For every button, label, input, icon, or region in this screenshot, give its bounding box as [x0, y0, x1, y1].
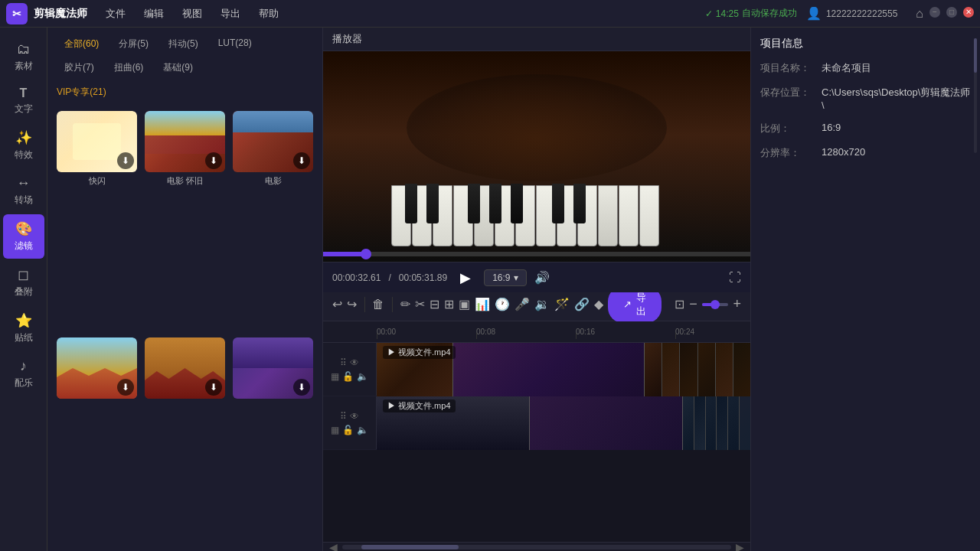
- filter-label-flash: 快闪: [57, 175, 137, 187]
- cut-button[interactable]: ✂: [415, 294, 425, 315]
- delete-button[interactable]: 🗑: [372, 294, 384, 315]
- home-button[interactable]: ⌂: [916, 7, 923, 21]
- track-1: ⠿ 👁 ▦ 🔓 🔈 ▶ 视频文件.mp4: [323, 343, 750, 396]
- player-header: 播放器: [323, 28, 750, 51]
- zoom-slider[interactable]: [702, 303, 729, 306]
- edit-button[interactable]: ✏: [400, 294, 410, 315]
- filter-item-bridge3[interactable]: ⬇: [233, 337, 313, 545]
- minimize-button[interactable]: −: [929, 7, 940, 18]
- close-button[interactable]: ✕: [963, 7, 974, 18]
- sidebar-item-sticker[interactable]: ⭐ 贴纸: [3, 306, 44, 350]
- filter-item-bridge1[interactable]: ⬇: [57, 337, 137, 545]
- clip-2-3[interactable]: [683, 396, 750, 450]
- sidebar-item-music[interactable]: ♪ 配乐: [3, 352, 44, 396]
- download-icon[interactable]: ⬇: [293, 379, 310, 396]
- crop-button[interactable]: ⊟: [430, 294, 439, 315]
- track-1-lock-icon[interactable]: 🔓: [342, 371, 354, 382]
- clock-button[interactable]: 🕐: [495, 294, 510, 315]
- zoom-fit-button[interactable]: ⊡: [675, 294, 684, 315]
- resolution-value: 980x551: [822, 146, 971, 158]
- download-icon[interactable]: ⬇: [205, 152, 222, 169]
- filter-tabs: 全部(60) 分屏(5) 抖动(5) LUT(28): [47, 28, 322, 56]
- download-icon[interactable]: ⬇: [293, 152, 310, 169]
- mic-button[interactable]: 🎤: [514, 294, 530, 315]
- tab-basic[interactable]: 基础(9): [155, 59, 201, 77]
- ruler-tick-1: [476, 333, 477, 339]
- undo-button[interactable]: ↩: [332, 294, 342, 315]
- voice-button[interactable]: 🔉: [534, 294, 550, 315]
- link-button[interactable]: 🔗: [574, 294, 590, 315]
- export-label: 导出: [636, 291, 646, 318]
- filter-item-bridge2[interactable]: ⬇: [145, 337, 225, 545]
- right-panel-scrollbar[interactable]: [974, 38, 977, 153]
- tab-distort[interactable]: 扭曲(6): [106, 59, 152, 77]
- tab-shake[interactable]: 抖动(5): [161, 35, 206, 53]
- scroll-right-button[interactable]: ▶: [736, 541, 744, 552]
- clip-1-2[interactable]: [453, 343, 645, 396]
- tab-lut[interactable]: LUT(28): [211, 35, 260, 53]
- download-icon[interactable]: ⬇: [205, 379, 222, 396]
- total-time: 00:05:31.89: [399, 272, 447, 283]
- user-info: 👤 12222222222555: [806, 6, 897, 21]
- track-1-layout-icon[interactable]: ▦: [331, 371, 339, 382]
- zoom-out-button[interactable]: −: [689, 296, 697, 312]
- menu-help[interactable]: 帮助: [256, 4, 282, 24]
- clip-1-3[interactable]: [645, 343, 750, 396]
- track-1-visible-icon[interactable]: 👁: [350, 357, 359, 368]
- toolbar: ↩ ↪ 🗑 ✏ ✂ ⊟ ⊞ ▣ 📊 🕐 🎤 🔉 🪄 🔗 ◆ ↗ 导出 ⊡ −: [323, 288, 750, 321]
- tab-all[interactable]: 全部(60): [57, 35, 106, 53]
- tab-film[interactable]: 胶片(7): [57, 59, 102, 77]
- split-button[interactable]: ⊞: [444, 294, 454, 315]
- scroll-left-button[interactable]: ◀: [329, 541, 338, 552]
- progress-handle[interactable]: [361, 249, 371, 259]
- progress-bar[interactable]: [323, 252, 750, 256]
- maximize-button[interactable]: □: [946, 7, 957, 18]
- track-2-visible-icon[interactable]: 👁: [350, 411, 359, 422]
- ratio-button[interactable]: 16:9 ▾: [484, 269, 526, 286]
- vip-tag[interactable]: VIP专享(21): [57, 86, 106, 97]
- sidebar-item-transition[interactable]: ↔ 转场: [3, 169, 44, 213]
- sidebar-item-effects[interactable]: ✨ 特效: [3, 123, 44, 168]
- track-1-audio-icon[interactable]: 🔈: [357, 371, 368, 382]
- track-1-move-icon[interactable]: ⠿: [340, 357, 347, 368]
- sidebar-item-text[interactable]: T 文字: [3, 80, 44, 122]
- ruler-tick-3: [675, 333, 676, 339]
- app-logo: ✂: [6, 3, 28, 24]
- filter-label-movie2: 电影: [233, 175, 313, 187]
- fullscreen-button[interactable]: ⛶: [729, 271, 741, 285]
- menu-view[interactable]: 视图: [179, 4, 205, 24]
- music-icon: ♪: [20, 358, 27, 374]
- filter-item-movie1[interactable]: ⬇ 电影 怀旧: [145, 111, 225, 330]
- magic-button[interactable]: 🪄: [554, 294, 570, 315]
- sidebar-item-filter[interactable]: 🎨 滤镜: [3, 214, 44, 259]
- sidebar-item-overlay[interactable]: ◻ 叠附: [3, 260, 44, 305]
- frame-button[interactable]: ▣: [459, 294, 470, 315]
- track-2: ⠿ 👁 ▦ 🔓 🔈 ▶ 视频文件.mp4: [323, 396, 750, 450]
- play-button[interactable]: ▶: [455, 267, 476, 289]
- filter-item-movie2[interactable]: ⬇ 电影: [233, 111, 313, 330]
- menu-file[interactable]: 文件: [103, 4, 129, 24]
- zoom-in-button[interactable]: +: [733, 296, 741, 312]
- timeline-scrollbar: ◀ ▶: [323, 542, 750, 551]
- download-icon[interactable]: ⬇: [117, 152, 134, 169]
- redo-button[interactable]: ↪: [347, 294, 357, 315]
- diamond-button[interactable]: ◆: [594, 294, 603, 315]
- chart-button[interactable]: 📊: [475, 294, 490, 315]
- track-2-move-icon[interactable]: ⠿: [340, 411, 347, 422]
- effects-icon: ✨: [15, 129, 32, 146]
- track-2-lock-icon[interactable]: 🔓: [342, 425, 354, 435]
- track-2-audio-icon[interactable]: 🔈: [357, 425, 368, 435]
- tab-splitscreen[interactable]: 分屏(5): [111, 35, 156, 53]
- menu-export[interactable]: 导出: [217, 4, 243, 24]
- track-2-layout-icon[interactable]: ▦: [331, 425, 339, 435]
- filter-item-flash[interactable]: ⬇ 快闪: [57, 111, 137, 330]
- download-icon[interactable]: ⬇: [117, 379, 134, 396]
- ratio-value: 16:9: [822, 122, 971, 133]
- scroll-track[interactable]: [342, 545, 731, 549]
- volume-button[interactable]: 🔊: [534, 270, 550, 285]
- menu-edit[interactable]: 编辑: [141, 4, 167, 24]
- scroll-thumb[interactable]: [361, 545, 459, 549]
- track-2-ctrl-row1: ⠿ 👁: [340, 411, 359, 422]
- clip-2-2[interactable]: [530, 396, 683, 450]
- sidebar-item-material[interactable]: 🗂 素材: [3, 35, 44, 79]
